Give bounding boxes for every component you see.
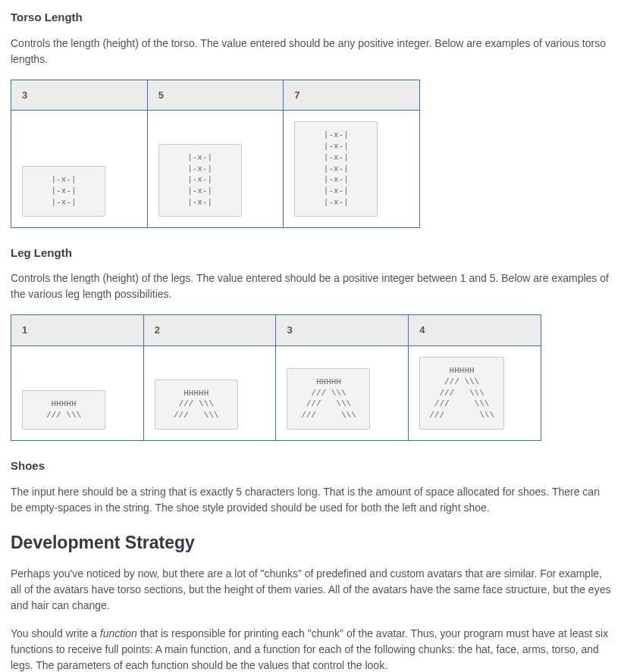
strategy-p2b-em: function (100, 627, 137, 639)
strategy-heading: Development Strategy (11, 530, 613, 556)
strategy-p2a: You should write a (11, 627, 100, 639)
strategy-p1: Perhaps you've noticed by now, but there… (11, 566, 613, 614)
legs-heading: Leg Length (11, 245, 613, 262)
col-header: 2 (143, 315, 276, 346)
col-header: 3 (276, 315, 409, 346)
code-sample: |-x-| |-x-| |-x-| (22, 166, 105, 217)
table-row: HHHHH /// \\\ HHHHH /// \\\ /// \\\ HHHH… (11, 345, 541, 440)
col-header: 7 (284, 80, 420, 111)
legs-table: 1 2 3 4 HHHHH /// \\\ HHHHH /// \\\ /// … (11, 314, 541, 441)
shoes-desc: The input here should be a string that i… (11, 484, 613, 516)
torso-table: 3 5 7 |-x-| |-x-| |-x-| |-x-| |-x-| |-x-… (11, 80, 420, 228)
col-header: 5 (147, 80, 284, 111)
code-sample: HHHHH /// \\\ (22, 390, 105, 430)
code-sample: |-x-| |-x-| |-x-| |-x-| |-x-| |-x-| |-x-… (294, 121, 378, 217)
torso-desc: Controls the length (height) of the tors… (11, 36, 613, 67)
torso-heading: Torso Length (11, 9, 613, 27)
col-header: 1 (11, 315, 144, 346)
code-sample: HHHHH /// \\\ /// \\\ (155, 380, 238, 430)
strategy-p2: You should write a function that is resp… (11, 626, 613, 672)
code-sample: |-x-| |-x-| |-x-| |-x-| |-x-| (158, 144, 242, 217)
shoes-heading: Shoes (11, 458, 613, 475)
code-sample: HHHHH /// \\\ /// \\\ /// \\\ (287, 368, 370, 430)
table-row: |-x-| |-x-| |-x-| |-x-| |-x-| |-x-| |-x-… (11, 111, 420, 228)
col-header: 3 (11, 80, 148, 111)
code-sample: HHHHH /// \\\ /// \\\ /// \\\ /// \\\ (419, 357, 504, 430)
table-header-row: 1 2 3 4 (11, 315, 541, 346)
table-header-row: 3 5 7 (11, 80, 420, 111)
col-header: 4 (409, 315, 541, 346)
legs-desc: Controls the length (height) of the legs… (11, 270, 613, 302)
